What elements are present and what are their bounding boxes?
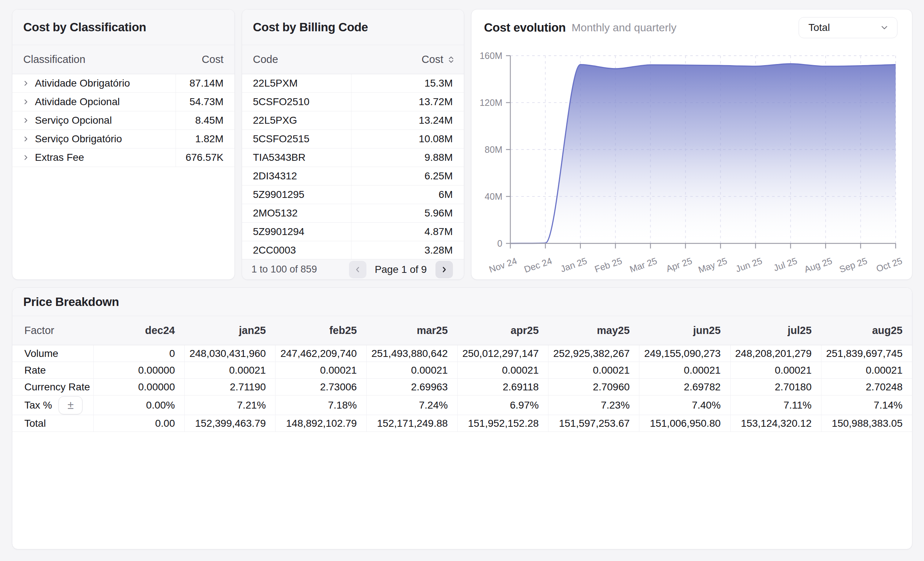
- price-value-cell: 247,462,209,740: [275, 345, 366, 362]
- classification-label: Extras Fee: [35, 152, 84, 163]
- classification-label: Atividade Obrigatório: [35, 78, 130, 89]
- price-value-cell: 7.23%: [548, 396, 639, 415]
- pagination-bar: 1 to 100 of 859 Page 1 of 9: [242, 259, 464, 280]
- classification-row[interactable]: Serviço Obrigatório 1.82M: [12, 130, 234, 149]
- classification-row[interactable]: Serviço Opcional 8.45M: [12, 111, 234, 130]
- price-value-cell: 0: [93, 345, 184, 362]
- price-value-cell: 248,030,431,960: [184, 345, 275, 362]
- price-value-cell: 2.73006: [275, 379, 366, 396]
- column-header-classification: Classification: [12, 54, 176, 66]
- factor-label: Rate: [24, 364, 46, 376]
- chevron-right-icon[interactable]: [22, 117, 29, 124]
- price-value-cell: 0.00000: [93, 362, 184, 379]
- price-value-cell: 0.00021: [730, 362, 821, 379]
- billing-code: 22L5PXG: [242, 111, 351, 129]
- dropdown-value: Total: [808, 22, 830, 33]
- billing-cost: 15.3M: [351, 74, 464, 92]
- factor-cell: Total: [12, 415, 93, 432]
- cost-by-classification-panel: Cost by Classification Classification Co…: [12, 9, 235, 280]
- classification-name-cell: Serviço Obrigatório: [12, 130, 176, 148]
- svg-text:Apr 25: Apr 25: [664, 256, 693, 274]
- svg-text:Sep 25: Sep 25: [838, 256, 868, 274]
- classification-rows: Atividade Obrigatório 87.14M Atividade O…: [12, 74, 234, 167]
- billing-code-row[interactable]: 5Z9901295 6M: [242, 185, 464, 204]
- svg-text:Dec 24: Dec 24: [522, 256, 553, 274]
- billing-code: 5CSFO2510: [242, 93, 351, 111]
- billing-code-row[interactable]: 22L5PXG 13.24M: [242, 111, 464, 130]
- price-value-cell: 7.11%: [730, 396, 821, 415]
- column-header-cost-sortable[interactable]: Cost: [351, 54, 464, 66]
- price-value-cell: 248,208,201,279: [730, 345, 821, 362]
- classification-row[interactable]: Extras Fee 676.57K: [12, 149, 234, 167]
- factor-label: Tax %: [24, 400, 52, 411]
- previous-page-button[interactable]: [349, 261, 366, 278]
- chevron-right-icon[interactable]: [22, 80, 29, 87]
- chevron-right-icon: [441, 266, 448, 273]
- billing-code-row[interactable]: 2CC0003 3.28M: [242, 241, 464, 260]
- month-column-header: feb25: [275, 316, 366, 345]
- price-value-cell: 2.71190: [184, 379, 275, 396]
- next-page-button[interactable]: [435, 261, 453, 278]
- svg-text:Jan 25: Jan 25: [559, 256, 588, 274]
- price-value-cell: 152,399,463.79: [184, 415, 275, 432]
- series-select-dropdown[interactable]: Total: [799, 17, 897, 38]
- billing-code-row[interactable]: 22L5PXM 15.3M: [242, 74, 464, 93]
- classification-row[interactable]: Atividade Opcional 54.73M: [12, 93, 234, 111]
- price-value-cell: 2.70180: [730, 379, 821, 396]
- billing-code-row[interactable]: 5Z9901294 4.87M: [242, 223, 464, 241]
- billing-table-header: Code Cost: [242, 45, 464, 74]
- svg-text:Jul 25: Jul 25: [772, 256, 798, 273]
- classification-cost: 676.57K: [176, 149, 234, 167]
- billing-code-row[interactable]: 2DI34312 6.25M: [242, 167, 464, 185]
- price-value-cell: 249,155,090,273: [639, 345, 730, 362]
- billing-code-row[interactable]: 2MO5132 5.96M: [242, 204, 464, 223]
- billing-cost: 13.72M: [351, 93, 464, 111]
- panel-title: Price Breakdown: [23, 295, 119, 309]
- month-column-header: aug25: [821, 316, 912, 345]
- price-value-cell: 150,988,383.05: [821, 415, 912, 432]
- price-value-cell: 2.69118: [457, 379, 548, 396]
- billing-code-row[interactable]: 5CSFO2510 13.72M: [242, 93, 464, 111]
- classification-name-cell: Atividade Obrigatório: [12, 74, 176, 92]
- billing-code-row[interactable]: 5CSFO2515 10.08M: [242, 130, 464, 149]
- svg-text:40M: 40M: [484, 191, 502, 202]
- factor-cell: Tax %±: [12, 396, 93, 415]
- price-row: Rate0.000000.000210.000210.000210.000210…: [12, 362, 912, 379]
- panel-title: Cost by Classification: [23, 20, 146, 34]
- classification-row[interactable]: Atividade Obrigatório 87.14M: [12, 74, 234, 93]
- svg-text:May 25: May 25: [697, 256, 729, 275]
- price-value-cell: 2.70248: [821, 379, 912, 396]
- price-value-cell: 0.00021: [275, 362, 366, 379]
- billing-cost: 5.96M: [351, 204, 464, 222]
- chevron-down-icon: [880, 23, 889, 32]
- price-value-cell: 151,952,152.28: [457, 415, 548, 432]
- billing-cost: 13.24M: [351, 111, 464, 129]
- price-value-cell: 0.00021: [821, 362, 912, 379]
- chevron-right-icon[interactable]: [22, 154, 29, 161]
- billing-code: 5Z9901294: [242, 223, 351, 241]
- billing-code: 22L5PXM: [242, 74, 351, 92]
- factor-label: Currency Rate: [24, 381, 90, 393]
- price-value-cell: 0.00021: [184, 362, 275, 379]
- panel-header: Cost by Classification: [12, 9, 234, 45]
- price-value-cell: 0.00021: [457, 362, 548, 379]
- classification-name-cell: Extras Fee: [12, 149, 176, 167]
- billing-code: 5CSFO2515: [242, 130, 351, 148]
- billing-cost: 6.25M: [351, 167, 464, 185]
- billing-code-row[interactable]: TIA5343BR 9.88M: [242, 149, 464, 167]
- chevron-right-icon[interactable]: [22, 136, 29, 142]
- tax-adjust-button[interactable]: ±: [58, 396, 82, 414]
- classification-label: Serviço Opcional: [35, 114, 112, 126]
- chart-header: Cost evolution Monthly and quarterly Tot…: [471, 9, 912, 46]
- price-row: Currency Rate0.000002.711902.730062.6996…: [12, 379, 912, 396]
- billing-cost: 9.88M: [351, 149, 464, 167]
- price-value-cell: 148,892,102.79: [275, 415, 366, 432]
- month-column-header: jun25: [639, 316, 730, 345]
- price-breakdown-panel: Price Breakdown Factor dec24jan25feb25ma…: [12, 287, 912, 549]
- chevron-right-icon[interactable]: [22, 99, 29, 105]
- price-row: Total0.00152,399,463.79148,892,102.79152…: [12, 415, 912, 432]
- price-value-cell: 0.00021: [548, 362, 639, 379]
- column-header-cost: Cost: [176, 54, 234, 66]
- month-column-header: may25: [548, 316, 639, 345]
- classification-name-cell: Serviço Opcional: [12, 111, 176, 129]
